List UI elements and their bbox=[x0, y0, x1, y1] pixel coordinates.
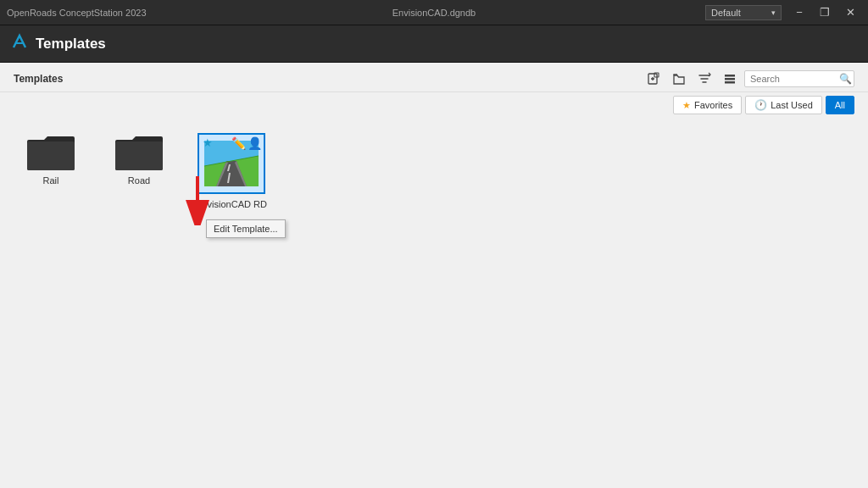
tooltip-text: Edit Template... bbox=[214, 224, 278, 234]
favorite-star-icon: ★ bbox=[203, 136, 213, 149]
folder-label-rail: Rail bbox=[43, 175, 59, 186]
window-controls: − ❐ ✕ bbox=[788, 4, 861, 21]
open-button[interactable] bbox=[668, 69, 690, 88]
svg-rect-2 bbox=[725, 75, 735, 77]
folder-icon-rail bbox=[27, 133, 75, 170]
app-name: OpenRoads ConceptStation 2023 bbox=[7, 8, 147, 18]
all-filter-button[interactable]: All bbox=[826, 96, 854, 114]
last-used-filter-button[interactable]: 🕐 Last Used bbox=[745, 96, 822, 114]
page-title: Templates bbox=[36, 36, 106, 53]
favorites-filter-button[interactable]: ★ Favorites bbox=[673, 96, 742, 114]
filter-bar: ★ Favorites 🕐 Last Used All bbox=[0, 92, 868, 119]
last-used-label: Last Used bbox=[771, 100, 813, 110]
svg-rect-3 bbox=[725, 78, 735, 80]
dropdown-arrow-icon: ▾ bbox=[771, 8, 776, 17]
new-template-button[interactable] bbox=[643, 69, 665, 88]
clock-icon: 🕐 bbox=[754, 99, 767, 111]
template-action-icons: ✏️ 👤 bbox=[231, 136, 262, 150]
search-box[interactable]: 🔍 bbox=[744, 70, 854, 87]
minimize-button[interactable]: − bbox=[788, 4, 810, 21]
list-view-button[interactable] bbox=[719, 69, 741, 88]
content-toolbar: Templates bbox=[0, 63, 868, 92]
search-icon: 🔍 bbox=[839, 73, 852, 85]
red-arrow-indicator bbox=[176, 175, 219, 228]
search-input[interactable] bbox=[750, 74, 839, 84]
all-label: All bbox=[835, 100, 845, 110]
app-header: Templates bbox=[0, 25, 868, 63]
titlebar: OpenRoads ConceptStation 2023 EnvisionCA… bbox=[0, 0, 868, 25]
folder-icon-road bbox=[115, 133, 163, 170]
folder-item-road[interactable]: Road bbox=[105, 133, 173, 186]
profile-dropdown[interactable]: Default ▾ bbox=[705, 5, 782, 20]
toolbar-right: 🔍 bbox=[643, 69, 854, 88]
app-logo-icon bbox=[10, 32, 29, 55]
items-area: Rail Road ★ ✏️ 👤 bbox=[0, 119, 868, 488]
star-icon: ★ bbox=[682, 100, 691, 111]
close-button[interactable]: ✕ bbox=[839, 4, 861, 21]
main-content: Templates bbox=[0, 63, 868, 488]
folder-label-road: Road bbox=[128, 175, 150, 186]
favorites-label: Favorites bbox=[694, 100, 732, 110]
svg-rect-4 bbox=[725, 81, 735, 84]
user-icon: 👤 bbox=[248, 136, 262, 150]
file-name: EnvisionCAD.dgndb bbox=[392, 8, 476, 18]
restore-button[interactable]: ❐ bbox=[814, 4, 836, 21]
folder-item-rail[interactable]: Rail bbox=[17, 133, 85, 186]
sort-button[interactable] bbox=[693, 69, 715, 88]
section-label: Templates bbox=[14, 73, 63, 85]
edit-icon[interactable]: ✏️ bbox=[231, 136, 246, 150]
